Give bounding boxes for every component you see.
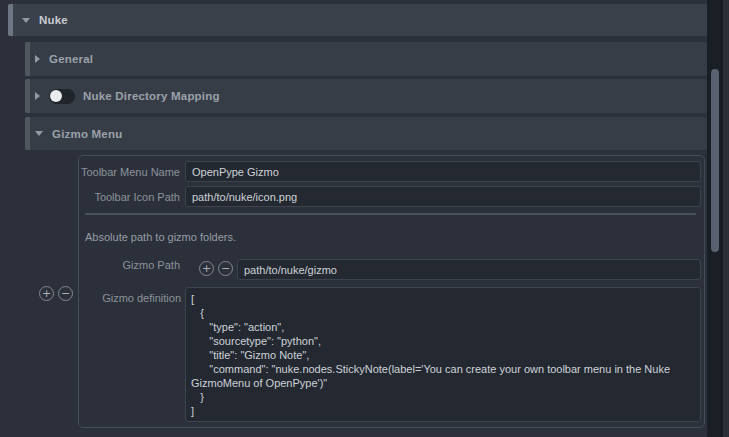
toggle-knob [50, 90, 62, 102]
chevron-down-icon [35, 131, 43, 136]
divider [85, 213, 696, 215]
gizmo-path-input[interactable] [237, 259, 701, 280]
section-header-gizmo-menu[interactable]: Gizmo Menu [25, 117, 707, 150]
add-path-button[interactable]: + [199, 261, 214, 276]
section-title-general: General [49, 53, 93, 65]
chevron-right-icon [35, 55, 40, 63]
toolbar-icon-path-input[interactable] [185, 186, 701, 207]
window-edge-strip [723, 0, 729, 437]
add-item-button[interactable]: + [39, 286, 54, 301]
chevron-down-icon [22, 18, 30, 23]
remove-item-button[interactable]: − [58, 286, 73, 301]
gizmo-path-label: Gizmo Path [78, 259, 180, 271]
enabled-toggle[interactable] [49, 89, 75, 104]
gizmo-definition-label: Gizmo definition [78, 292, 181, 304]
section-header-nuke[interactable]: Nuke [8, 4, 707, 36]
gizmo-folders-caption: Absolute path to gizmo folders. [85, 231, 236, 243]
section-accent-bar [25, 117, 30, 150]
section-header-general[interactable]: General [25, 42, 707, 76]
chevron-right-icon [35, 92, 40, 100]
section-title-gizmo-menu: Gizmo Menu [52, 128, 122, 140]
section-accent-bar [25, 79, 30, 113]
scrollbar-thumb[interactable] [711, 69, 719, 252]
section-title-nuke-directory-mapping: Nuke Directory Mapping [83, 90, 220, 102]
section-accent-bar [8, 4, 13, 36]
toolbar-menu-name-label: Toolbar Menu Name [78, 166, 180, 178]
remove-path-button[interactable]: − [218, 261, 233, 276]
section-header-nuke-directory-mapping[interactable]: Nuke Directory Mapping [25, 79, 707, 113]
toolbar-menu-name-input[interactable] [185, 161, 701, 182]
toolbar-icon-path-label: Toolbar Icon Path [78, 191, 180, 203]
gizmo-definition-textarea[interactable]: [ { "type": "action", "sourcetype": "pyt… [185, 287, 701, 422]
section-accent-bar [25, 42, 30, 76]
section-title-nuke: Nuke [39, 14, 68, 26]
